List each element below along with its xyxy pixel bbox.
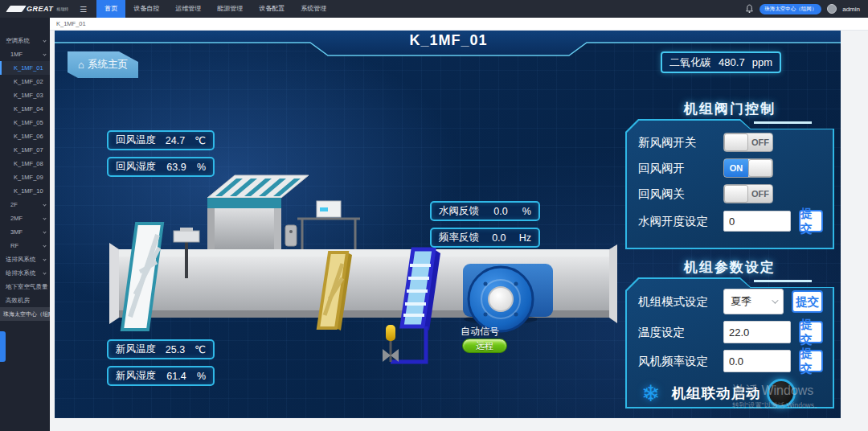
sidebar-expand-handle[interactable] <box>0 331 6 362</box>
valve-control-panel: 新风阀开关 OFF 回风阀开 ON 回风阀关 <box>625 119 834 249</box>
sidebar-item-2f[interactable]: 2F <box>0 198 50 211</box>
sidebar-item-2mf[interactable]: 2MF <box>0 211 50 225</box>
readout-label: 新风温度 <box>116 343 156 356</box>
sidebar-item-label: 3MF <box>10 228 23 236</box>
sidebar-item-site-root[interactable]: 珠海太空中心（组网） <box>0 307 50 321</box>
chevron-down-icon <box>43 39 46 42</box>
damper-actuator <box>285 225 297 246</box>
readout-label: 新风湿度 <box>116 369 156 383</box>
sidebar-item-plumbing-system[interactable]: 给排水系统 <box>0 266 50 280</box>
sidebar-item-1mf[interactable]: 1MF <box>0 47 50 61</box>
fan-frequency-submit-button[interactable]: 提交 <box>799 350 823 372</box>
linkage-start-button[interactable] <box>767 379 796 408</box>
tab-k-1mf-01[interactable]: K_1MF_01 <box>50 20 86 27</box>
toggle-label: 新风阀开关 <box>638 135 723 150</box>
setting-label: 风机频率设定 <box>638 354 723 369</box>
sidebar-item-k-1mf-09[interactable]: K_1MF_09 <box>0 170 50 184</box>
sidebar-collapse-icon[interactable]: ☰ <box>73 5 93 14</box>
menu-item-energy[interactable]: 能源管理 <box>209 0 251 18</box>
return-valve-close-toggle[interactable]: OFF <box>723 184 773 203</box>
mode-submit-button[interactable]: 提交 <box>792 290 823 313</box>
sidebar-item-label: K_1MF_09 <box>14 174 43 181</box>
menu-item-system[interactable]: 系统管理 <box>293 0 334 18</box>
sidebar-item-label: K_1MF_01 <box>14 64 43 72</box>
notification-bell-icon[interactable] <box>745 4 754 14</box>
readout-label: 频率反馈 <box>439 231 479 244</box>
hmi-canvas: K_1MF_01 ⌂ 系统主页 二氧化碳 480.7 ppm 回风温度24.7℃… <box>55 31 841 418</box>
sidebar-item-k-1mf-03[interactable]: K_1MF_03 <box>0 88 50 102</box>
water-valve-opening-input[interactable] <box>723 211 791 232</box>
water-valve-submit-button[interactable]: 提交 <box>799 210 823 232</box>
toggle-state: ON <box>724 159 748 177</box>
setting-label: 机组模式设定 <box>638 294 723 310</box>
home-button-label: 系统主页 <box>88 58 128 72</box>
temperature-setpoint-input[interactable] <box>723 321 791 343</box>
app-window: GREAT 格瑞特 ☰ 首页 设备自控 运维管理 能源管理 设备配置 系统管理 … <box>0 0 868 431</box>
sidebar-item-label: 地下室空气质量 <box>6 283 48 290</box>
readout-value: 0.0 <box>492 232 506 244</box>
co2-readout: 二氧化碳 480.7 ppm <box>661 51 781 73</box>
sidebar-item-exhaust-system[interactable]: 送排风系统 <box>0 252 50 266</box>
sidebar-item-label: 空调系统 <box>6 37 30 44</box>
temperature-submit-button[interactable]: 提交 <box>799 321 823 343</box>
chevron-down-icon <box>43 271 46 274</box>
sidebar-item-basement-air-quality[interactable]: 地下室空气质量 <box>0 280 50 293</box>
main-menu: 首页 设备自控 运维管理 能源管理 设备配置 系统管理 <box>96 0 334 18</box>
sidebar-item-label: 2F <box>10 201 18 208</box>
sidebar-item-k-1mf-02[interactable]: K_1MF_02 <box>0 75 50 88</box>
brand-logo: GREAT 格瑞特 <box>0 5 73 13</box>
temp-setting-row: 温度设定 提交 <box>638 321 823 343</box>
menu-item-device-config[interactable]: 设备配置 <box>251 0 293 18</box>
chevron-down-icon <box>43 52 46 55</box>
water-valve <box>383 325 426 362</box>
toggle-label: 回风阀关 <box>638 187 723 202</box>
logo-subtext: 格瑞特 <box>56 6 68 11</box>
return-valve-open-row: 回风阀开 ON <box>638 158 823 178</box>
sidebar-item-k-1mf-01[interactable]: K_1MF_01 <box>0 61 50 75</box>
site-badge[interactable]: 珠海太空中心（组网） <box>760 4 821 14</box>
readout-label: 回风温度 <box>116 133 156 147</box>
readout-value: 25.3 <box>166 344 185 355</box>
readout-label: 回风湿度 <box>116 160 156 174</box>
fresh-air-valve-toggle[interactable]: OFF <box>723 133 773 152</box>
sidebar-item-k-1mf-07[interactable]: K_1MF_07 <box>0 143 50 157</box>
sidebar-item-label: RF <box>10 242 18 249</box>
sidebar-item-k-1mf-05[interactable]: K_1MF_05 <box>0 116 50 129</box>
user-avatar[interactable] <box>827 4 837 14</box>
readout-unit: % <box>197 371 206 382</box>
sidebar-item-k-1mf-06[interactable]: K_1MF_06 <box>0 129 50 143</box>
menu-item-home[interactable]: 首页 <box>96 0 125 18</box>
readout-unit: ℃ <box>194 343 206 355</box>
return-air-humidity-readout: 回风湿度63.9% <box>107 157 215 177</box>
toggle-knob <box>724 185 748 203</box>
sidebar-item-k-1mf-04[interactable]: K_1MF_04 <box>0 102 50 116</box>
return-air-damper <box>207 175 309 208</box>
fan-frequency-input[interactable] <box>723 350 791 372</box>
sidebar-item-label: 2MF <box>10 215 23 222</box>
supply-fan <box>463 264 553 331</box>
sidebar-item-hvac-system[interactable]: 空调系统 <box>0 34 50 47</box>
top-navbar: GREAT 格瑞特 ☰ 首页 设备自控 运维管理 能源管理 设备配置 系统管理 … <box>0 0 868 18</box>
sidebar-item-k-1mf-10[interactable]: K_1MF_10 <box>0 184 50 198</box>
mode-select-value: 夏季 <box>731 294 751 309</box>
readout-value: 61.4 <box>166 371 186 382</box>
sidebar-item-3mf[interactable]: 3MF <box>0 225 50 239</box>
menu-item-device-control[interactable]: 设备自控 <box>125 0 167 18</box>
mode-setting-row: 机组模式设定 夏季 提交 <box>638 289 823 314</box>
sidebar-item-efficient-plant[interactable]: 高效机房 <box>0 293 50 307</box>
param-panel-title: 机组参数设定 <box>625 258 834 277</box>
return-valve-open-toggle[interactable]: ON <box>723 158 773 178</box>
frequency-feedback-readout: 频率反馈0.0Hz <box>430 228 540 248</box>
sidebar-item-label: K_1MF_06 <box>14 133 43 140</box>
sidebar-item-k-1mf-08[interactable]: K_1MF_08 <box>0 157 50 170</box>
chevron-down-icon <box>43 257 46 261</box>
readout-value: 63.9 <box>166 162 186 173</box>
water-valve-setting-row: 水阀开度设定 提交 <box>638 210 823 232</box>
remote-mode-indicator[interactable]: 远程 <box>462 339 507 353</box>
sidebar-item-rf[interactable]: RF <box>0 239 50 252</box>
linkage-start-label: 机组联动启动 <box>671 384 760 403</box>
sidebar-item-label: K_1MF_02 <box>14 78 43 85</box>
mode-select[interactable]: 夏季 <box>723 289 784 314</box>
navbar-right: 珠海太空中心（组网） admin <box>745 4 868 14</box>
menu-item-ops[interactable]: 运维管理 <box>167 0 209 18</box>
